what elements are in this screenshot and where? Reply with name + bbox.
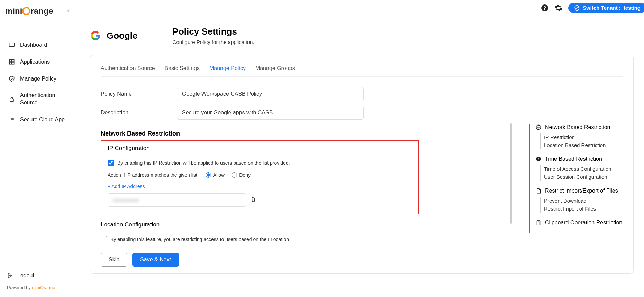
description-label: Description (101, 110, 170, 116)
svg-rect-6 (10, 99, 13, 102)
add-ip-link[interactable]: + Add IP Address (108, 184, 145, 189)
nav-label: Authentication Source (20, 92, 67, 106)
svg-rect-3 (12, 60, 14, 62)
nav-auth-source[interactable]: Authentication Source (0, 87, 76, 111)
help-icon[interactable]: ? (541, 4, 549, 12)
svg-rect-2 (9, 60, 11, 62)
svg-rect-5 (12, 62, 14, 64)
ip-config-title: IP Configuration (108, 145, 412, 155)
rp-network[interactable]: Network Based Restriction (535, 124, 633, 130)
nav-applications[interactable]: Applications (0, 54, 76, 71)
delete-icon[interactable] (250, 196, 256, 204)
page-title: Policy Settings (173, 26, 254, 37)
settings-icon[interactable] (554, 4, 563, 12)
svg-point-0 (23, 8, 30, 15)
svg-text:?: ? (543, 5, 546, 11)
right-nav-panel: Network Based Restriction IP Restriction… (529, 124, 633, 233)
sidebar: mini range Dashboard Applications Manage… (0, 0, 76, 297)
nav-label: Manage Policy (20, 75, 56, 83)
tab-basic-settings[interactable]: Basic Settings (165, 65, 200, 76)
rp-prevent-download[interactable]: Prevent Download (540, 197, 633, 205)
description-input[interactable] (177, 106, 364, 120)
page-subtitle: Configure Policy for the application. (173, 39, 254, 45)
skip-button[interactable]: Skip (101, 253, 127, 267)
rp-clipboard[interactable]: Clipboard Operation Restriction (535, 220, 633, 226)
rp-restrict-import[interactable]: Restrict Import of Files (540, 205, 633, 213)
rp-ip-restriction[interactable]: IP Restriction (540, 133, 633, 141)
topbar: ? Switch Tenant : testing (76, 0, 644, 16)
enable-ip-label: By enabling this IP Restriction will be … (117, 160, 290, 166)
enable-location-label: By enabling this feature, you are restri… (110, 236, 289, 242)
tab-auth-source[interactable]: Authentication Source (101, 65, 155, 76)
location-config-title: Location Configuration (101, 221, 419, 231)
nav-label: Dashboard (20, 41, 47, 49)
rp-user-session[interactable]: User Session Configuration (540, 173, 633, 181)
logout-button[interactable]: Logout (7, 272, 69, 279)
nav-dashboard[interactable]: Dashboard (0, 37, 76, 54)
scrollbar[interactable] (510, 123, 512, 224)
radio-allow[interactable]: Allow (206, 172, 225, 178)
policy-name-input[interactable] (177, 87, 364, 101)
save-next-button[interactable]: Save & Next (132, 253, 179, 267)
nav-label: Secure Cloud App (20, 116, 65, 123)
rp-location-restriction[interactable]: Location Based Restriction (540, 141, 633, 149)
powered-link[interactable]: miniOrange (32, 285, 55, 290)
tab-manage-policy[interactable]: Manage Policy (209, 65, 246, 76)
svg-rect-1 (9, 43, 15, 47)
rp-time[interactable]: Time Based Restriction (535, 156, 633, 162)
action-label: Action if IP address matches the given l… (108, 172, 199, 178)
nav-secure-cloud[interactable]: Secure Cloud App (0, 111, 76, 128)
ip-config-box: IP Configuration By enabling this IP Res… (101, 140, 419, 214)
enable-ip-checkbox[interactable] (108, 160, 114, 166)
network-section-title: Network Based Restriction (101, 130, 419, 137)
svg-rect-4 (9, 62, 11, 64)
rp-time-access[interactable]: Time of Access Configuration (540, 165, 633, 173)
switch-tenant-button[interactable]: Switch Tenant : testing (568, 3, 644, 13)
collapse-sidebar-icon[interactable] (66, 8, 71, 14)
nav-label: Applications (20, 58, 50, 66)
powered-by: Powered by miniOrange (7, 285, 69, 290)
radio-deny[interactable]: Deny (232, 172, 251, 178)
ip-address-input[interactable]: xxxxxxxxxx (108, 193, 246, 207)
rp-files[interactable]: Restrict Import/Export of Files (535, 188, 633, 194)
policy-name-label: Policy Name (101, 91, 170, 97)
app-name: Google (107, 30, 138, 41)
enable-location-checkbox[interactable] (101, 236, 107, 242)
tab-manage-groups[interactable]: Manage Groups (255, 65, 295, 76)
nav-manage-policy[interactable]: Manage Policy (0, 71, 76, 87)
google-icon (90, 30, 101, 41)
brand-logo: mini range (5, 6, 53, 16)
